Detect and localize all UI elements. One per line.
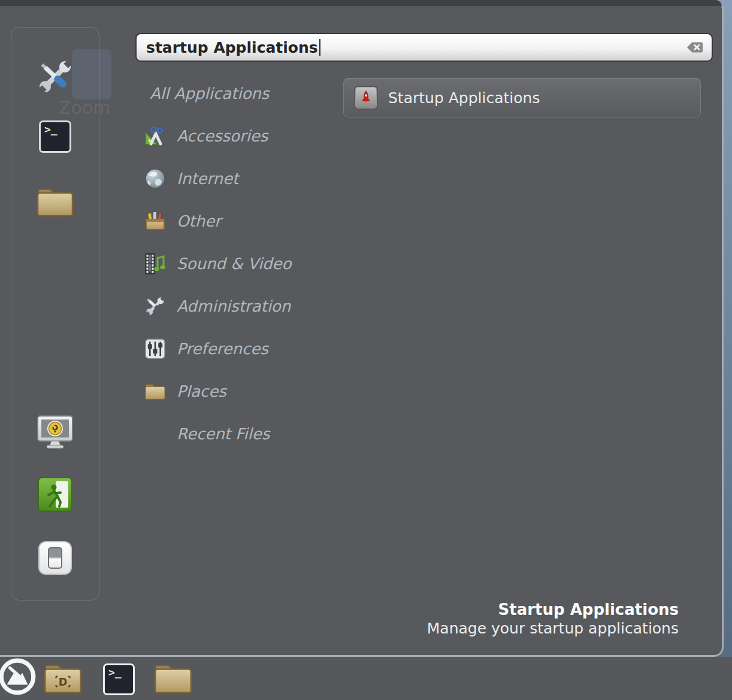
- logout-button[interactable]: [38, 478, 72, 513]
- category-label: Sound & Video: [177, 255, 292, 273]
- category-label: Preferences: [177, 340, 268, 358]
- category-other[interactable]: Other: [135, 200, 339, 242]
- taskbar: D >_: [0, 657, 732, 700]
- category-places[interactable]: Places: [135, 370, 339, 412]
- search-input[interactable]: startup Applications: [135, 33, 713, 62]
- selection-info: Startup Applications Manage your startup…: [427, 601, 679, 638]
- power-switch-icon: [38, 541, 72, 575]
- popup-top-edge: [0, 0, 722, 6]
- globe-icon: [144, 167, 167, 190]
- app-menu-popup: Zoom: [0, 0, 724, 657]
- folder-icon: [153, 660, 193, 698]
- search-result-startup-applications[interactable]: Startup Applications: [343, 78, 701, 117]
- category-label: Other: [177, 212, 221, 230]
- category-administration[interactable]: Administration: [135, 285, 339, 327]
- svg-text:D: D: [59, 676, 68, 688]
- category-sound-video[interactable]: Sound & Video: [135, 242, 339, 285]
- terminal-icon: >_: [39, 120, 71, 153]
- files-launcher[interactable]: [153, 662, 193, 696]
- category-accessories[interactable]: Accessories: [135, 114, 339, 157]
- terminal-launcher[interactable]: >_: [103, 663, 135, 695]
- category-preferences[interactable]: Preferences: [135, 327, 339, 370]
- wrench-screwdriver-icon: [144, 295, 167, 318]
- search-text: startup Applications: [146, 39, 318, 56]
- desktop: Zoom: [0, 0, 732, 700]
- shutdown-button[interactable]: [38, 541, 72, 575]
- result-label: Startup Applications: [388, 89, 540, 107]
- file-manager-button[interactable]: [36, 185, 74, 220]
- terminal-icon: >_: [103, 663, 135, 695]
- sliders-icon: [144, 337, 167, 360]
- backspace-icon: [686, 41, 703, 53]
- mint-logo-icon: [0, 657, 37, 699]
- toolbox-icon: [144, 210, 167, 233]
- selection-title: Startup Applications: [427, 601, 679, 619]
- menu-button[interactable]: [0, 658, 37, 698]
- category-label: Places: [177, 382, 226, 400]
- folder-icon: [36, 184, 74, 221]
- category-internet[interactable]: Internet: [135, 157, 339, 200]
- accessories-icon: [144, 125, 167, 147]
- system-settings-button[interactable]: [35, 58, 75, 98]
- rocket-icon: [354, 86, 378, 110]
- menu-sidebar: >_: [11, 27, 99, 601]
- category-label: Recent Files: [177, 425, 270, 443]
- logout-exit-icon: [38, 477, 72, 514]
- wrench-screwdriver-icon: [35, 56, 75, 99]
- terminal-button[interactable]: >_: [39, 120, 71, 153]
- category-label: Accessories: [177, 127, 268, 145]
- filmstrip-note-icon: [144, 252, 167, 275]
- category-all-applications[interactable]: All Applications: [135, 72, 339, 114]
- category-label: Administration: [177, 297, 291, 315]
- desktop-folder-launcher[interactable]: D: [43, 662, 83, 696]
- text-cursor: [319, 39, 320, 56]
- selection-subtitle: Manage your startup applications: [427, 619, 679, 638]
- category-list: All Applications Accessories: [135, 72, 339, 455]
- lock-screen-monitor-icon: [37, 415, 74, 452]
- category-label: All Applications: [150, 85, 269, 102]
- desktop-folder-icon: D: [43, 660, 83, 698]
- category-label: Internet: [177, 170, 238, 188]
- clear-search-button[interactable]: [686, 41, 703, 53]
- category-recent-files[interactable]: Recent Files: [135, 412, 339, 455]
- empty-icon-slot: [144, 423, 167, 445]
- folder-icon: [144, 380, 167, 403]
- lock-screen-button[interactable]: [37, 416, 74, 451]
